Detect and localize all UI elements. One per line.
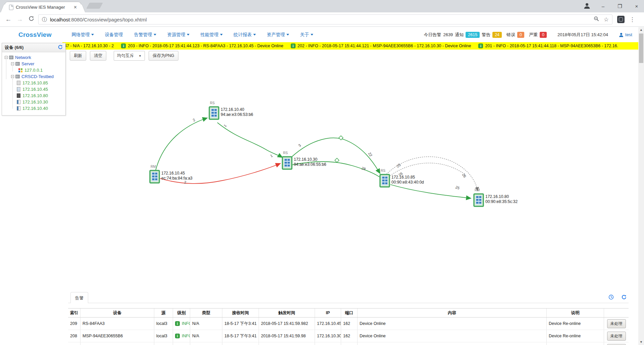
topo-node-172-16-10-45[interactable]: RM 172.16.10.45ec:74:ba:84:fa:a3: [149, 170, 160, 185]
site-info-icon[interactable]: ⓘ: [42, 16, 47, 23]
tree-item-crscd-testbed[interactable]: −CRSCD-Testbed: [2, 73, 65, 80]
notice-count-badge[interactable]: 2615: [466, 32, 480, 38]
caret-down-icon: [311, 34, 313, 36]
menu-network-mgmt[interactable]: 网络管理: [72, 32, 94, 38]
device-icon: [17, 106, 20, 111]
topo-node-172-16-10-85[interactable]: RS 172.16.10.8500:90:e8:43:40:0d: [379, 174, 390, 189]
edge-diamond-marker: [339, 136, 343, 140]
collapse-icon[interactable]: −: [11, 75, 14, 78]
error-label: 错误: [506, 32, 515, 38]
topo-node-172-16-10-30[interactable]: RS 172.16.10.3094:ae:e3:06:55:b6: [282, 156, 292, 171]
app-logo[interactable]: CrossView: [18, 31, 52, 39]
browser-menu-icon[interactable]: ⋮: [629, 16, 635, 23]
tree-item-172-16-10-80[interactable]: 172.16.10.80: [2, 92, 65, 99]
scroll-up-icon[interactable]: ▲: [638, 27, 644, 33]
device-panel-title: 设备 (6/6): [5, 45, 58, 51]
alarm-refresh-icon[interactable]: [621, 294, 627, 301]
tab-title: CrossView IES Manager: [16, 5, 72, 10]
node-mac: 94:ae:e3:06:53:b6: [221, 112, 253, 117]
caret-down-icon: [286, 34, 289, 36]
node-ip: 172.16.10.30: [294, 157, 326, 162]
node-ip: 172.16.10.40: [221, 107, 253, 112]
ticker-item[interactable]: i203 - INFO - 2018-05-17 15:41:44.123 - …: [121, 44, 283, 48]
browser-avatar-badge[interactable]: [617, 16, 625, 23]
unhandled-button[interactable]: 未处理: [607, 332, 626, 341]
tree-item-network[interactable]: −Network: [2, 54, 65, 61]
alarm-panel: 告警 索引 设备 源 级别 类型 接收时间 触发时间 IP 端口: [68, 292, 629, 303]
unhandled-button[interactable]: 未处理: [607, 319, 626, 328]
tree-refresh-icon[interactable]: [58, 45, 63, 51]
ticker-item[interactable]: 47 - N/A - 172.16.10.30 - 2: [64, 44, 114, 48]
browser-tab[interactable]: CrossView IES Manager ×: [5, 2, 81, 12]
topo-node-172-16-10-80[interactable]: RM 172.16.10.8000:90:e8:35:5c:32: [473, 193, 484, 208]
scroll-down-icon[interactable]: ▼: [638, 339, 644, 345]
ticker-item[interactable]: i202 - INFO - 2018-05-17 15:41:44.121 - …: [291, 44, 471, 48]
browser-profile-icon[interactable]: [584, 2, 590, 10]
col-source: 源: [154, 308, 173, 317]
menu-device-mgmt[interactable]: 设备管理: [105, 32, 123, 38]
critical-count-badge[interactable]: 0: [540, 32, 547, 38]
node-mac: 94:ae:e3:06:55:b6: [294, 162, 326, 167]
node-mac: 00:90:e8:35:5c:32: [485, 199, 518, 204]
tab-alarm[interactable]: 告警: [70, 292, 88, 303]
collapse-icon[interactable]: −: [5, 56, 8, 59]
tree-item-172-16-10-40[interactable]: 172.16.10.40: [2, 105, 65, 112]
tree-item-127-0-0-1[interactable]: 127.0.0.1: [2, 67, 65, 73]
maximize-icon[interactable]: ❐: [616, 3, 624, 9]
unhandled-button[interactable]: 未处理: [607, 344, 626, 345]
reload-icon[interactable]: [25, 16, 37, 23]
switch-icon: [282, 156, 292, 170]
col-type: 类型: [190, 308, 222, 317]
clear-button[interactable]: 清空: [90, 51, 106, 61]
menu-about[interactable]: 关于: [300, 32, 313, 38]
zoom-icon[interactable]: [594, 16, 599, 23]
minimize-icon[interactable]: –: [599, 3, 607, 9]
node-ip: 172.16.10.80: [485, 194, 518, 199]
page-icon: [9, 5, 13, 10]
device-icon: [17, 100, 20, 104]
ticker-item[interactable]: i201 - INFO - 2018-05-17 15:41:44.118 - …: [478, 44, 618, 48]
caret-down-icon: [220, 34, 223, 36]
edge-label: 22: [368, 152, 373, 157]
back-icon[interactable]: ←: [3, 16, 14, 23]
menu-asset-mgmt[interactable]: 资产管理: [267, 32, 289, 38]
close-icon[interactable]: ×: [633, 3, 641, 9]
caret-down-icon: [187, 34, 190, 36]
browser-tabstrip: CrossView IES Manager × – ❐ ×: [0, 0, 644, 12]
new-tab-button[interactable]: [86, 3, 103, 9]
page-scrollbar[interactable]: ▲ ▼: [638, 27, 644, 345]
layout-select[interactable]: 均匀互斥▼: [114, 51, 145, 61]
tree-item-server[interactable]: −Server: [2, 61, 65, 67]
info-level-icon: i: [291, 44, 296, 48]
device-tree-panel: 设备 (6/6) −Network −Server 127.0.0.1 −CRS…: [2, 43, 66, 116]
tree-item-172-16-10-30[interactable]: 172.16.10.30: [2, 99, 65, 105]
col-action: [604, 308, 629, 317]
edge-label: 28: [361, 166, 366, 171]
collapse-icon[interactable]: −: [11, 62, 14, 65]
alarm-summary: 今日告警 2639 通知 2615 警告 24 错误 0 严重 0 2018年0…: [424, 32, 632, 38]
menu-statistics[interactable]: 统计报表: [234, 32, 256, 38]
edge-label: 25: [396, 163, 401, 168]
warning-count-badge[interactable]: 24: [492, 32, 502, 38]
refresh-button[interactable]: 刷新: [70, 51, 86, 61]
tree-item-172-16-10-45[interactable]: 172.16.10.45: [2, 86, 65, 92]
scrollbar-thumb[interactable]: [639, 33, 643, 63]
menu-performance-mgmt[interactable]: 性能管理: [201, 32, 223, 38]
username: test: [625, 32, 632, 37]
url-bar[interactable]: ⓘ localhost:8080/Crossview/pages/topo.xh…: [38, 14, 612, 24]
switch-icon: [379, 174, 390, 188]
menu-alarm-mgmt[interactable]: 告警管理: [134, 32, 156, 38]
screen: CrossView IES Manager × – ❐ × ← → ⓘ loca…: [0, 0, 644, 345]
windows-host-icon: [18, 68, 22, 72]
person-icon: [619, 32, 624, 37]
topo-node-172-16-10-40[interactable]: RS 172.16.10.4094:ae:e3:06:53:b6: [209, 106, 219, 121]
history-clock-icon[interactable]: [608, 294, 614, 301]
save-png-button[interactable]: 保存为PNG: [149, 51, 178, 61]
menu-resource-mgmt[interactable]: 资源管理: [167, 32, 190, 38]
bookmark-star-icon[interactable]: ☆: [604, 16, 609, 23]
user-menu[interactable]: test: [619, 32, 632, 37]
tab-close-icon[interactable]: ×: [72, 4, 78, 10]
tree-item-172-16-10-85[interactable]: 172.16.10.85: [2, 80, 65, 86]
today-alarm-label: 今日告警: [424, 32, 441, 38]
error-count-badge[interactable]: 0: [517, 32, 524, 38]
